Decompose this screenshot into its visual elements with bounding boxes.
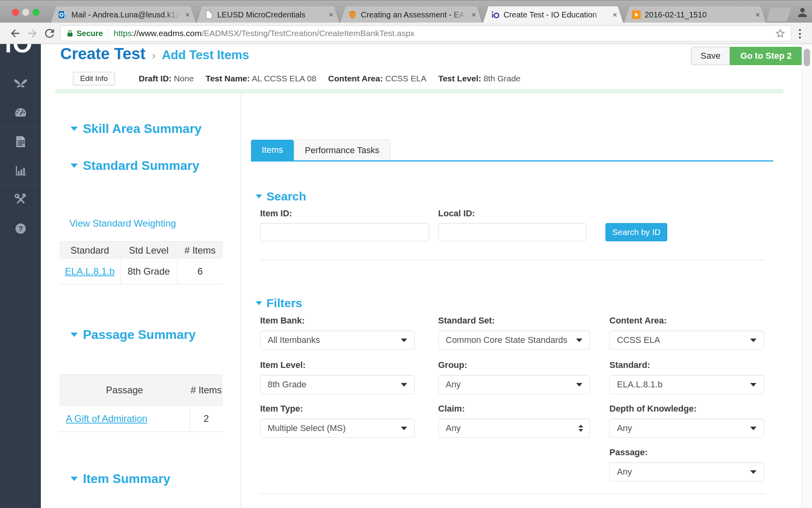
sidebar-item-tools[interactable] xyxy=(0,185,41,214)
test-meta-row: Edit Info Draft ID: None Test Name: AL C… xyxy=(73,71,532,86)
sidebar-item-reports[interactable] xyxy=(0,156,41,185)
item-id-label: Item ID: xyxy=(260,208,292,219)
passage-summary-table: Passage # Items A Gift of Admiration 2 xyxy=(59,374,223,432)
browser-tab-create-test[interactable]: Create Test - IO Education × xyxy=(483,6,623,23)
sidebar-item-home[interactable] xyxy=(0,69,41,98)
browser-tab-assessment[interactable]: Creating an Assessment - EAD × xyxy=(340,6,482,23)
tab-underline xyxy=(251,160,773,162)
meta-test-name: Test Name: AL CCSS ELA 08 xyxy=(206,74,316,83)
col-standard: Standard xyxy=(59,242,120,259)
forward-icon[interactable] xyxy=(25,27,39,40)
filter-group: Group: Any xyxy=(438,360,590,394)
minimize-window-button[interactable] xyxy=(22,9,29,16)
url-path: /EADMSX/Testing/TestCreation/CreateItemB… xyxy=(201,29,414,38)
go-to-step-2-button[interactable]: Go to Step 2 xyxy=(730,47,802,65)
filters-section-heading[interactable]: Filters xyxy=(256,296,302,310)
content-area-label: Content Area: xyxy=(609,316,764,326)
item-bank-select[interactable]: All Itembanks xyxy=(260,331,415,350)
passage-select[interactable]: Any xyxy=(609,462,764,481)
breadcrumb: Create Test › Add Test Items xyxy=(60,45,249,63)
page-icon xyxy=(205,10,213,19)
col-passage: Passage xyxy=(59,375,190,406)
num-items-cell: 2 xyxy=(190,406,223,432)
search-section-heading[interactable]: Search xyxy=(256,190,306,203)
svg-text:?: ? xyxy=(18,225,23,233)
sidebar-spacer xyxy=(0,243,41,294)
tab-performance-tasks[interactable]: Performance Tasks xyxy=(294,140,391,160)
breadcrumb-separator: › xyxy=(152,49,155,62)
tab-items[interactable]: Items xyxy=(251,140,294,160)
zoom-window-button[interactable] xyxy=(33,9,40,16)
close-tab-icon[interactable]: × xyxy=(753,10,762,19)
header-actions: Save Go to Step 2 xyxy=(691,47,802,65)
profile-icon[interactable] xyxy=(796,6,809,19)
back-icon[interactable] xyxy=(9,27,22,40)
item-level-select[interactable]: 8th Grade xyxy=(260,375,415,394)
spinner-arrows-icon xyxy=(578,425,583,432)
sidebar-item-dashboard[interactable] xyxy=(0,98,41,127)
url-address-bar[interactable]: Secure https://www.eadms.com/EADMSX/Test… xyxy=(60,25,791,41)
shield-icon xyxy=(348,10,357,19)
std-level-cell: 8th Grade xyxy=(120,259,177,285)
claim-select[interactable]: Any xyxy=(438,419,590,438)
content-area-select[interactable]: CCSS ELA xyxy=(609,331,764,350)
filter-item-type: Item Type: Multiple Select (MS) xyxy=(260,404,415,438)
table-header-row: Passage # Items xyxy=(59,375,223,406)
reload-icon[interactable] xyxy=(43,27,56,40)
browser-tab-image-file[interactable]: 2016-02-11_1510 × xyxy=(624,6,766,23)
edit-info-button[interactable]: Edit Info xyxy=(73,72,115,85)
standard-summary-heading[interactable]: Standard Summary xyxy=(71,158,199,173)
item-id-input[interactable] xyxy=(260,223,429,241)
play-icon xyxy=(632,10,641,19)
standard-link[interactable]: ELA.L.8.1.b xyxy=(65,266,115,277)
standard-set-select[interactable]: Common Core State Standards xyxy=(438,331,590,350)
collapse-caret-icon xyxy=(71,477,78,481)
document-icon xyxy=(13,135,28,149)
col-std-level: Std Level xyxy=(120,242,177,259)
passage-link[interactable]: A Gift of Admiration xyxy=(66,413,147,424)
scrollbar-thumb[interactable] xyxy=(804,49,810,66)
new-tab-button[interactable] xyxy=(766,8,791,21)
close-window-button[interactable] xyxy=(12,9,19,16)
tab-title: Mail - Andrea.Luna@leusd.k12 xyxy=(71,10,180,19)
standard-select[interactable]: ELA.L.8.1.b xyxy=(609,375,764,394)
close-tab-icon[interactable]: × xyxy=(469,10,478,19)
passage-summary-heading[interactable]: Passage Summary xyxy=(71,327,196,342)
bookmark-star-icon[interactable] xyxy=(775,28,785,38)
close-tab-icon[interactable]: × xyxy=(327,10,335,19)
close-tab-icon[interactable]: × xyxy=(611,10,619,19)
local-id-input[interactable] xyxy=(438,223,586,241)
browser-tab-microcredentials[interactable]: LEUSD MicroCredentials × xyxy=(197,6,339,23)
search-by-id-button[interactable]: Search by ID xyxy=(605,223,667,241)
collapse-caret-icon xyxy=(71,164,78,168)
standard-summary-table: Standard Std Level # Items ELA.L.8.1.b 8… xyxy=(59,241,223,285)
save-button[interactable]: Save xyxy=(691,47,730,65)
chevron-down-icon xyxy=(401,383,407,387)
standard-label: Standard: xyxy=(609,360,764,370)
bar-chart-icon xyxy=(13,164,28,178)
group-select[interactable]: Any xyxy=(438,375,590,394)
browser-toolbar: Secure https://www.eadms.com/EADMSX/Test… xyxy=(0,23,812,44)
item-type-label: Item Type: xyxy=(260,404,415,414)
tab-title: Creating an Assessment - EAD xyxy=(361,10,466,19)
sidebar-item-tests[interactable] xyxy=(0,127,41,156)
filter-claim: Claim: Any xyxy=(438,404,590,438)
claim-label: Claim: xyxy=(438,404,590,414)
depth-of-knowledge-select[interactable]: Any xyxy=(609,419,764,438)
page-scrollbar[interactable] xyxy=(802,44,812,508)
browser-tab-mail[interactable]: Mail - Andrea.Luna@leusd.k12 × xyxy=(51,6,196,23)
skill-area-summary-heading[interactable]: Skill Area Summary xyxy=(71,121,201,136)
chevron-down-icon xyxy=(750,339,756,342)
panel-divider xyxy=(241,94,241,508)
item-summary-heading[interactable]: Item Summary xyxy=(71,471,170,486)
browser-menu-icon[interactable] xyxy=(799,28,802,40)
progress-strip xyxy=(55,89,784,94)
item-type-select[interactable]: Multiple Select (MS) xyxy=(260,419,415,438)
collapse-caret-icon xyxy=(71,127,78,131)
section-divider xyxy=(260,493,765,494)
browser-window: Mail - Andrea.Luna@leusd.k12 × LEUSD Mic… xyxy=(0,0,812,508)
secure-lock-icon xyxy=(66,29,74,38)
close-tab-icon[interactable]: × xyxy=(183,10,192,19)
sidebar-item-help[interactable]: ? xyxy=(0,214,41,243)
view-standard-weighting-link[interactable]: View Standard Weighting xyxy=(69,218,176,229)
